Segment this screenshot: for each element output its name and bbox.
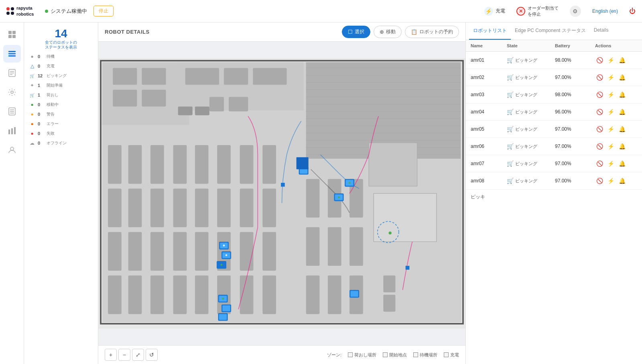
svg-rect-6 — [8, 55, 16, 57]
stop-robot-button[interactable]: 🚫 — [595, 73, 604, 82]
robot-state-label: ピッキング — [515, 178, 537, 184]
svg-rect-65 — [173, 275, 187, 314]
alert-robot-button[interactable]: 🔔 — [618, 56, 626, 65]
charge-robot-button[interactable]: ⚡ — [606, 73, 615, 82]
charge-robot-button[interactable]: ⚡ — [606, 56, 615, 65]
col-actions: Actions — [595, 43, 635, 48]
robot-state-icon: 🛒 — [507, 74, 514, 81]
zoom-out-button[interactable]: − — [118, 349, 130, 361]
status-indicator — [45, 10, 48, 13]
sidebar-item-profile[interactable] — [3, 141, 21, 159]
svg-point-115 — [338, 196, 340, 198]
robot-count-number: 14 — [27, 27, 95, 40]
sidebar-item-dashboard[interactable] — [3, 26, 21, 43]
robot-state-icon: 🛒 — [507, 160, 514, 167]
tab-edge-pc[interactable]: Edge PC Component ステータス — [511, 22, 590, 40]
svg-rect-89 — [349, 227, 363, 266]
settings-icon[interactable]: ⚙ — [570, 6, 581, 17]
status-charging: △ 0 充電 — [27, 63, 95, 70]
move-button[interactable]: ⊕ 移動 — [374, 26, 402, 38]
charge-action[interactable]: ⚡ 充電 — [484, 7, 505, 16]
charge-robot-button[interactable]: ⚡ — [606, 90, 615, 99]
order-action[interactable]: ✕ オーダー割当てを停止 — [516, 5, 559, 17]
stop-robot-button[interactable]: 🚫 — [595, 176, 604, 185]
alert-robot-button[interactable]: 🔔 — [618, 159, 626, 168]
table-row[interactable]: amr02 🛒 ピッキング 97.00% 🚫 ⚡ 🔔 — [466, 69, 642, 86]
charging-label: 充電 — [47, 63, 55, 69]
zone-waiting: 待機場所 — [413, 352, 437, 358]
charge-robot-button[interactable]: ⚡ — [606, 125, 615, 133]
bottom-bar: + − ⤢ ↺ ゾーン: 荷おし場所 開始地点 — [98, 345, 465, 364]
robot-state: 🛒 ピッキング — [507, 178, 555, 184]
stop-robot-button[interactable]: 🚫 — [595, 159, 604, 168]
select-button[interactable]: ☐ 選択 — [342, 26, 370, 38]
fullscreen-button[interactable]: ⤢ — [132, 349, 144, 361]
sidebar-item-robots[interactable] — [3, 45, 21, 63]
robot-actions: 🚫 ⚡ 🔔 — [595, 56, 635, 65]
table-row[interactable]: amr03 🛒 ピッキング 98.00% 🚫 ⚡ 🔔 — [466, 86, 642, 103]
reserve-button[interactable]: 📋 ロボットの予約 — [405, 26, 459, 38]
svg-rect-58 — [150, 145, 164, 184]
logo-dot-4 — [11, 12, 14, 15]
power-icon[interactable]: ⏻ — [629, 8, 636, 15]
language-button[interactable]: English (en) — [592, 8, 618, 14]
order-icon: ✕ — [516, 7, 525, 16]
alert-robot-button[interactable]: 🔔 — [618, 176, 626, 185]
sidebar-item-orders[interactable] — [3, 64, 21, 82]
svg-rect-2 — [8, 35, 12, 38]
svg-rect-4 — [8, 51, 16, 52]
robot-state: 🛒 ピッキング — [507, 109, 555, 115]
sidebar — [0, 22, 24, 364]
robot-name: amr07 — [471, 161, 507, 166]
alert-robot-button[interactable]: 🔔 — [618, 142, 626, 151]
reset-button[interactable]: ↺ — [146, 349, 158, 361]
zone-start-box — [383, 352, 388, 357]
charge-robot-button[interactable]: ⚡ — [606, 176, 615, 185]
sidebar-item-settings[interactable] — [3, 83, 21, 101]
stop-robot-button[interactable]: 🚫 — [595, 90, 604, 99]
robot-state-icon: 🛒 — [507, 57, 514, 63]
alert-robot-button[interactable]: 🔔 — [618, 107, 626, 116]
partial-row: ピッキ — [466, 190, 642, 204]
robot-state: 🛒 ピッキング — [507, 57, 555, 63]
svg-rect-55 — [128, 188, 142, 227]
status-failed: ● 0 失敗 — [27, 130, 95, 137]
table-row[interactable]: amr01 🛒 ピッキング 98.00% 🚫 ⚡ 🔔 — [466, 52, 642, 69]
table-row[interactable]: amr07 🛒 ピッキング 97.00% 🚫 ⚡ 🔔 — [466, 155, 642, 172]
svg-rect-125 — [406, 266, 410, 270]
stop-robot-button[interactable]: 🚫 — [595, 56, 604, 65]
table-row[interactable]: amr04 🛒 ピッキング 96.00% 🚫 ⚡ 🔔 — [466, 103, 642, 121]
svg-rect-74 — [240, 145, 254, 184]
stop-button[interactable]: 停止 — [93, 6, 114, 16]
robot-actions: 🚫 ⚡ 🔔 — [595, 159, 635, 168]
alert-robot-button[interactable]: 🔔 — [618, 73, 626, 82]
stop-robot-button[interactable]: 🚫 — [595, 142, 604, 151]
stop-robot-button[interactable]: 🚫 — [595, 107, 604, 116]
charge-robot-button[interactable]: ⚡ — [606, 159, 615, 168]
status-waiting: ● 0 待機 — [27, 53, 95, 60]
unloading-label: 荷おし — [47, 92, 59, 98]
charge-robot-button[interactable]: ⚡ — [606, 107, 615, 116]
table-row[interactable]: amr08 🛒 ピッキング 97.00% 🚫 ⚡ 🔔 — [466, 172, 642, 190]
error-count: 0 — [38, 121, 44, 126]
tab-details[interactable]: Details — [590, 22, 613, 40]
alert-robot-button[interactable]: 🔔 — [618, 90, 626, 99]
alert-robot-button[interactable]: 🔔 — [618, 125, 626, 133]
table-row[interactable]: amr05 🛒 ピッキング 97.00% 🚫 ⚡ 🔔 — [466, 121, 642, 138]
tab-robot-list[interactable]: ロボットリスト — [469, 22, 511, 40]
charge-robot-button[interactable]: ⚡ — [606, 142, 615, 151]
zoom-in-button[interactable]: + — [105, 349, 117, 361]
sidebar-item-logs[interactable] — [3, 103, 21, 120]
svg-rect-70 — [217, 145, 231, 184]
table-row[interactable]: amr06 🛒 ピッキング 97.00% 🚫 ⚡ 🔔 — [466, 138, 642, 155]
zone-start-label: 開始地点 — [389, 352, 407, 358]
stop-robot-button[interactable]: 🚫 — [595, 125, 604, 133]
svg-rect-50 — [108, 145, 122, 184]
sidebar-item-reports[interactable] — [3, 122, 21, 140]
map-view[interactable] — [98, 42, 465, 345]
svg-rect-41 — [185, 68, 219, 85]
status-picking: 🛒 12 ピッキング — [27, 72, 95, 79]
svg-rect-66 — [195, 145, 209, 184]
app-body: 14 全てのロボットのステータスを表示 ● 0 待機 △ 0 充電 🛒 12 ピ… — [0, 22, 642, 364]
status-error: ● 0 エラー — [27, 120, 95, 127]
